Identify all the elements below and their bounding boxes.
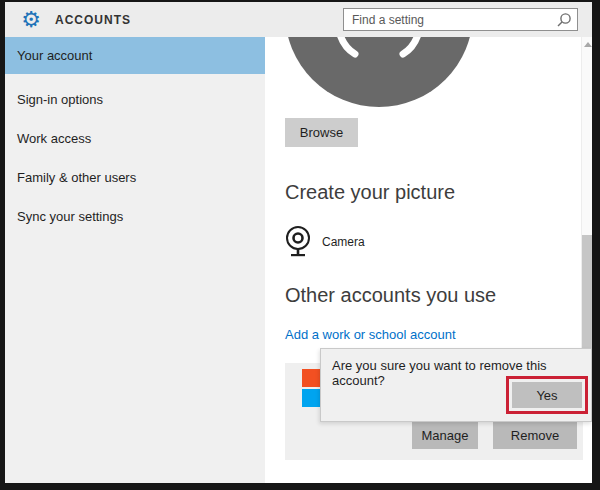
sidebar-item-your-account[interactable]: Your account xyxy=(5,37,265,74)
add-work-school-account-link[interactable]: Add a work or school account xyxy=(285,327,456,342)
title-bar: ⚙ ACCOUNTS xyxy=(5,2,592,37)
sidebar-item-sync-your-settings[interactable]: Sync your settings xyxy=(5,197,265,236)
yes-button[interactable]: Yes xyxy=(512,382,582,408)
create-picture-heading: Create your picture xyxy=(285,181,455,204)
sidebar: Your account Sign-in options Work access… xyxy=(5,37,265,483)
remove-button[interactable]: Remove xyxy=(493,422,577,449)
vertical-scrollbar[interactable] xyxy=(581,37,592,348)
search-icon[interactable] xyxy=(556,12,572,28)
manage-button[interactable]: Manage xyxy=(412,422,478,449)
other-accounts-heading: Other accounts you use xyxy=(285,284,496,307)
screenshot-frame: ⚙ ACCOUNTS Your account Sign-in options … xyxy=(0,0,600,490)
camera-icon[interactable] xyxy=(284,225,312,259)
browse-button[interactable]: Browse xyxy=(285,118,358,147)
sidebar-item-work-access[interactable]: Work access xyxy=(5,119,265,158)
search-input[interactable] xyxy=(352,9,547,30)
gear-icon: ⚙ xyxy=(18,7,44,33)
page-title: ACCOUNTS xyxy=(55,13,131,27)
ms-logo-blue-square xyxy=(302,389,320,407)
search-box[interactable] xyxy=(343,8,578,31)
scrollbar-thumb[interactable] xyxy=(582,235,592,348)
scrollbar-up-arrow-icon[interactable] xyxy=(583,40,592,48)
user-avatar xyxy=(275,37,485,112)
ms-logo-red-square xyxy=(302,369,320,387)
settings-window: ⚙ ACCOUNTS Your account Sign-in options … xyxy=(5,2,592,483)
remove-account-confirmation-dialog: Are you sure you want to remove this acc… xyxy=(320,348,592,422)
camera-label[interactable]: Camera xyxy=(322,235,365,249)
sidebar-item-family-other-users[interactable]: Family & other users xyxy=(5,158,265,197)
sidebar-item-sign-in-options[interactable]: Sign-in options xyxy=(5,80,265,119)
